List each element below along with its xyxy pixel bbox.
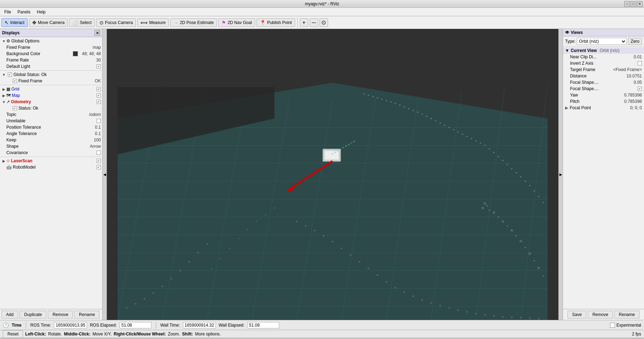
views-type-select[interactable]: Orbit (rviz) xyxy=(577,38,627,45)
tree-laser-scan[interactable]: ▶ ⊹ LaserScan ✓ xyxy=(0,158,102,164)
target-frame-value: <Fixed Frame> xyxy=(613,67,642,72)
near-clip-label: Near Clip Di... xyxy=(570,54,634,59)
laser-scan-checkbox[interactable]: ✓ xyxy=(97,159,101,163)
tree-global-options[interactable]: ▼ ⚙ Global Options xyxy=(0,38,102,44)
odom-unreliable-checkbox[interactable] xyxy=(97,119,101,123)
svg-point-28 xyxy=(381,99,383,100)
expand-global-options[interactable]: ▼ xyxy=(1,39,6,43)
viewport[interactable] xyxy=(107,29,558,320)
toolbar-pose-estimate-button[interactable]: → 2D Pose Estimate xyxy=(170,18,217,27)
tree-robot-model[interactable]: ▶ 🤖 RobotModel ✓ xyxy=(0,164,102,170)
tree-covariance[interactable]: Covariance xyxy=(0,150,102,156)
ros-elapsed-value: 51.08 xyxy=(120,322,151,328)
map-checkbox[interactable]: ✓ xyxy=(97,93,101,98)
toolbar-view-button[interactable]: ⊙ xyxy=(320,18,328,27)
menu-panels[interactable]: Panels xyxy=(15,9,33,15)
default-light-checkbox[interactable]: ✓ xyxy=(97,64,101,69)
tree-shape[interactable]: Shape Arrow xyxy=(0,143,102,150)
remove-view-button[interactable]: Remove xyxy=(588,311,613,318)
tree-fixed-frame-status[interactable]: ✓ Fixed Frame OK xyxy=(0,78,102,84)
menu-file[interactable]: File xyxy=(1,9,14,15)
toolbar-select-button[interactable]: ⬜ Select xyxy=(69,18,94,27)
svg-point-34 xyxy=(408,108,409,109)
tree-default-light[interactable]: Default Light ✓ xyxy=(0,63,102,70)
current-view-expand[interactable]: ▼ xyxy=(565,48,569,53)
select-label: Select xyxy=(80,20,91,25)
toolbar-nav-goal-button[interactable]: ⚑ 2D Nav Goal xyxy=(218,18,255,27)
remove-display-button[interactable]: Remove xyxy=(48,311,73,318)
toolbar-publish-point-button[interactable]: 📍 Publish Point xyxy=(257,18,295,27)
views-near-clip: Near Clip Di... 0.01 xyxy=(563,54,644,60)
views-zero-button[interactable]: Zero xyxy=(628,38,642,45)
focal-shape-enabled-checkbox[interactable]: ✓ xyxy=(638,87,642,91)
tree-global-status[interactable]: ▼ ✓ Global Status: Ok xyxy=(0,71,102,78)
toolbar-focus-camera-button[interactable]: ⊙ Focus Camera xyxy=(96,18,136,27)
left-collapse-button[interactable]: ◀ xyxy=(103,29,107,320)
tree-odometry[interactable]: ▼ ↗ Odometry ✓ xyxy=(0,99,102,105)
svg-point-59 xyxy=(520,176,522,177)
displays-buttons: Add Duplicate Remove Rename xyxy=(0,309,102,320)
reset-button[interactable]: Reset xyxy=(3,330,23,338)
tree-keep[interactable]: Keep 100 xyxy=(0,137,102,143)
move-camera-label: Move Camera xyxy=(38,20,64,25)
views-current-view-header[interactable]: ▼ Current View Orbit (rviz) xyxy=(563,47,644,54)
tree-frame-rate[interactable]: Frame Rate 30 xyxy=(0,57,102,63)
minimize-button[interactable]: ─ xyxy=(624,1,630,7)
toolbar-add-button[interactable]: + xyxy=(300,18,308,27)
titlebar: myagv.rviz* - RViz ─ □ ✕ xyxy=(0,0,644,8)
tree-odom-unreliable[interactable]: Unreliable xyxy=(0,118,102,124)
displays-close-button[interactable]: ✕ xyxy=(94,30,100,36)
tree-fixed-frame[interactable]: Fixed Frame map xyxy=(0,44,102,51)
grid-checkbox[interactable]: ✓ xyxy=(97,87,101,91)
grid-label: Grid xyxy=(11,87,95,92)
expand-odometry[interactable]: ▼ xyxy=(1,99,6,104)
svg-point-81 xyxy=(439,305,441,306)
focal-point-value: 0; 0; 0 xyxy=(630,105,642,110)
views-buttons: Save Remove Rename xyxy=(563,309,644,320)
odom-status-checkbox[interactable]: ✓ xyxy=(13,106,17,110)
experimental-checkbox[interactable] xyxy=(610,323,615,328)
tree-odom-status[interactable]: ✓ Status: Ok xyxy=(0,105,102,111)
toolbar-measure-button[interactable]: ⟺ Measure xyxy=(137,18,169,27)
time-header: Time xyxy=(12,323,22,328)
toolbar-remove-button[interactable]: ─ xyxy=(310,18,318,27)
views-focal-point[interactable]: ▶ Focal Point 0; 0; 0 xyxy=(563,105,644,111)
focal-point-expand[interactable]: ▶ xyxy=(565,105,568,110)
odometry-checkbox[interactable]: ✓ xyxy=(97,100,101,104)
tree-grid[interactable]: ▶ ▦ Grid ✓ xyxy=(0,86,102,92)
window-title: myagv.rviz* - RViz xyxy=(305,1,339,6)
menu-help[interactable]: Help xyxy=(34,9,48,15)
tree-angle-tolerance[interactable]: Angle Tolerance 0.1 xyxy=(0,130,102,137)
yaw-label: Yaw xyxy=(570,93,624,98)
fixed-frame-status-checkbox[interactable]: ✓ xyxy=(13,79,17,83)
tree-map[interactable]: ▶ 🗺 Map ✓ xyxy=(0,92,102,99)
expand-map[interactable]: ▶ xyxy=(1,93,6,98)
tree-background-color[interactable]: Background Color 48; 48; 48 xyxy=(0,51,102,57)
invert-z-checkbox[interactable] xyxy=(638,61,642,65)
right-click-action: Zoom. xyxy=(168,332,180,337)
close-button[interactable]: ✕ xyxy=(637,1,643,7)
toolbar-interact-button[interactable]: ↖ Interact xyxy=(1,18,28,27)
right-collapse-button[interactable]: ▶ xyxy=(558,29,563,320)
rename-display-button[interactable]: Rename xyxy=(74,311,99,318)
tree-position-tolerance[interactable]: Position Tolerance 0.1 xyxy=(0,124,102,130)
covariance-checkbox[interactable] xyxy=(97,151,101,155)
toolbar-move-camera-button[interactable]: ✥ Move Camera xyxy=(29,18,68,27)
global-status-checkbox[interactable]: ✓ xyxy=(8,72,12,77)
save-view-button[interactable]: Save xyxy=(568,311,586,318)
interact-icon: ↖ xyxy=(5,20,9,25)
robot-model-checkbox[interactable]: ✓ xyxy=(97,165,101,169)
add-button[interactable]: Add xyxy=(1,311,18,318)
maximize-button[interactable]: □ xyxy=(631,1,636,7)
expand-grid[interactable]: ▶ xyxy=(1,87,6,92)
svg-point-116 xyxy=(498,216,499,218)
views-icon: 👁 xyxy=(565,30,569,35)
nav-goal-icon: ⚑ xyxy=(222,20,226,25)
rename-view-button[interactable]: Rename xyxy=(614,311,639,318)
expand-global-status[interactable]: ▼ xyxy=(1,72,6,77)
tree-odom-topic[interactable]: Topic /odom xyxy=(0,111,102,118)
svg-point-71 xyxy=(350,254,351,256)
duplicate-button[interactable]: Duplicate xyxy=(19,311,46,318)
expand-laser-scan[interactable]: ▶ xyxy=(1,158,6,163)
background-color-swatch[interactable] xyxy=(73,51,78,56)
